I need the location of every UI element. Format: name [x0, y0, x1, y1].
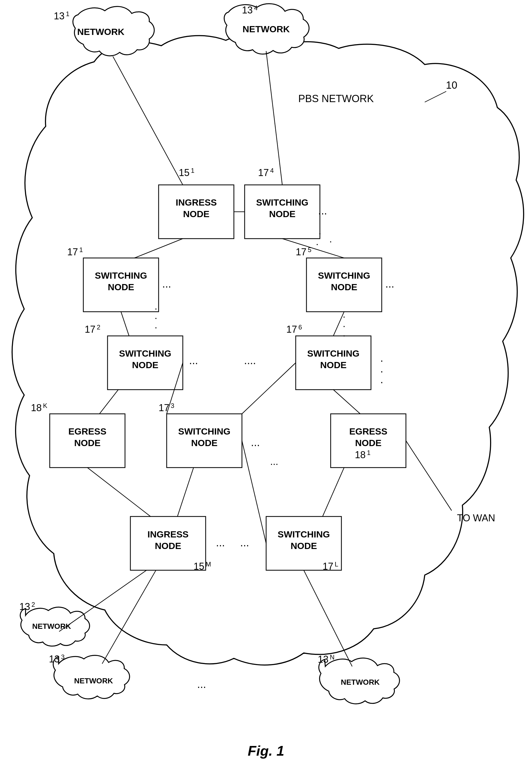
ref-label-15-m: 15	[193, 561, 204, 572]
ref-label-13-2: 13	[19, 601, 30, 612]
ref-label-17-5: 17	[296, 246, 307, 257]
ref-label-15-m-sub: M	[206, 561, 211, 568]
egress-node-181-text-line1: EGRESS	[349, 426, 387, 437]
ref-label-17-l-sub: L	[335, 561, 338, 568]
switching-node-173-text-line1: SWITCHING	[178, 426, 231, 437]
ref-label-18-k-sub: K	[43, 402, 47, 409]
ref-label-13-n: 13	[318, 654, 329, 665]
dots-sn-176-right3: ·	[380, 376, 383, 388]
ref-label-18-1: 18	[355, 449, 366, 460]
ref-label-17-4: 17	[258, 167, 269, 178]
dots-vert-171-172c: ·	[154, 322, 157, 333]
net-label-13-4: NETWORK	[242, 24, 290, 34]
dots-ingress-15m-right: ...	[216, 537, 225, 549]
dots-sn-172-right: ...	[189, 354, 198, 366]
switching-node-175-text-line1: SWITCHING	[318, 270, 371, 280]
ingress-node-m-text-line1: INGRESS	[147, 529, 188, 539]
switching-node-174-text-line2: NODE	[269, 209, 296, 219]
ref-label-17-5-sub: 5	[308, 246, 311, 253]
pbs-network-label: PBS NETWORK	[299, 93, 374, 104]
ref-label-13-3-sub: 3	[61, 653, 64, 661]
ref-label-17-1-sub: 1	[79, 246, 83, 253]
ref-label-13-3: 13	[49, 654, 60, 665]
to-wan-label: TO WAN	[457, 513, 495, 524]
switching-node-175-text-line2: NODE	[331, 282, 357, 292]
ref-label-13-n-sub: N	[330, 654, 335, 661]
dots-sn-173-right: ...	[251, 437, 260, 448]
dots-sn-176-right2: ·	[380, 365, 383, 377]
dots-174-to-175-a: ·	[319, 228, 321, 239]
ingress-node-m-text-line2: NODE	[155, 541, 181, 551]
dots-center-2033: ...	[240, 537, 249, 549]
net-label-13-n: NETWORK	[341, 678, 380, 686]
ref-label-15-1: 15	[179, 167, 189, 178]
dots-sn-174-right: ...	[318, 205, 327, 216]
switching-node-171-text-line2: NODE	[108, 282, 134, 292]
net-label-13-2: NETWORK	[32, 622, 71, 630]
ingress-node-1-text-line2: NODE	[183, 209, 209, 219]
egress-node-18k-text-line2: NODE	[74, 438, 100, 448]
dots-path-cont: ·	[316, 238, 319, 249]
ingress-node-1-text-line1: INGRESS	[175, 197, 217, 207]
switching-node-173-text-line2: NODE	[191, 438, 217, 448]
switching-node-17l-text-line1: SWITCHING	[278, 529, 330, 539]
ref-label-17-l: 17	[323, 561, 333, 572]
dots-sn-173-diag: ...	[270, 456, 278, 467]
ref-label-13-4: 13	[242, 5, 253, 16]
egress-node-18k-text-line1: EGRESS	[68, 426, 106, 437]
ref-label-13-4-sub: 4	[254, 4, 257, 12]
ref-label-17-1: 17	[67, 246, 78, 257]
net-label-13-3: NETWORK	[74, 677, 113, 685]
dots-sn-176-left: ....	[244, 354, 256, 366]
dots-sn-175-right: ...	[385, 278, 394, 290]
ref-label-13-2-sub: 2	[31, 601, 35, 608]
dots-vert-175-c: ·	[343, 330, 346, 341]
switching-node-176-text-line2: NODE	[320, 360, 347, 370]
ref-label-18-1-sub: 1	[367, 449, 371, 456]
ref-label-17-6-sub: 6	[299, 323, 302, 331]
switching-node-17l-text-line2: NODE	[291, 541, 317, 551]
ref-label-10: 10	[446, 80, 457, 91]
ref-label-17-4-sub: 4	[270, 167, 274, 174]
dots-bottom-center: ...	[197, 678, 206, 690]
ref-label-13-1-sub: 1	[66, 10, 69, 17]
diagram-container: INGRESS NODE SWITCHING NODE SWITCHING NO…	[0, 0, 532, 775]
ref-label-18-k: 18	[31, 402, 42, 413]
dots-174-to-175-b: ·	[329, 236, 332, 247]
switching-node-172-text-line1: SWITCHING	[119, 348, 171, 358]
switching-node-176-text-line1: SWITCHING	[307, 348, 360, 358]
ref-label-17-3: 17	[159, 402, 169, 413]
figure-label: Fig. 1	[248, 743, 285, 759]
ref-label-13-1: 13	[54, 10, 64, 21]
switching-node-172-text-line2: NODE	[132, 360, 158, 370]
dots-sn-176-right: ·	[380, 354, 383, 366]
switching-node-171-text-line1: SWITCHING	[95, 270, 147, 280]
ref-label-15-1-sub: 1	[191, 167, 194, 174]
ref-label-17-2-sub: 2	[97, 323, 100, 331]
egress-node-181-text-line2: NODE	[355, 438, 382, 448]
switching-node-174-text-line1: SWITCHING	[256, 197, 309, 207]
net-label-13-1: NETWORK	[77, 27, 124, 37]
ref-label-17-3-sub: 3	[171, 402, 174, 409]
ref-label-17-2: 17	[85, 324, 95, 335]
dots-sn-171-right: ...	[162, 278, 171, 290]
ref-label-17-6: 17	[286, 324, 297, 335]
